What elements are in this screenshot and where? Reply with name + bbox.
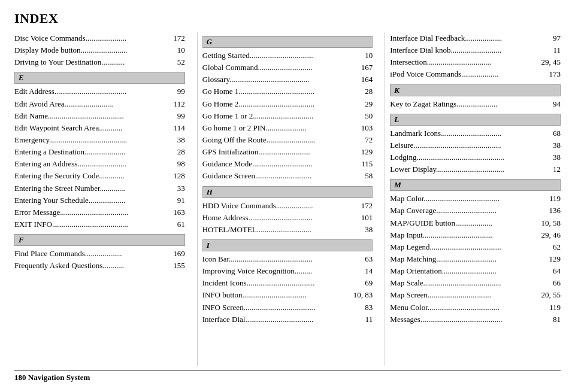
list-item: Improving Voice Recognition.........14 [202, 265, 373, 277]
section-header: E [14, 72, 185, 84]
list-item: Frequently Asked Questions...........155 [14, 260, 185, 272]
entry-label: Disc Voice Commands..................... [14, 32, 167, 44]
entry-page: 33 [167, 183, 185, 195]
entry-page: 64 [543, 265, 561, 277]
section-header: L [390, 114, 561, 126]
section-header: F [14, 234, 185, 246]
list-item: Messages................................… [390, 314, 561, 326]
entry-label: Improving Voice Recognition......... [202, 265, 355, 277]
entry-label: Map Color...............................… [390, 193, 543, 205]
col3-sections: KKey to Zagat Ratings...................… [390, 84, 561, 326]
col3-top-entries: Interface Dial Feedback.................… [390, 32, 561, 81]
list-item: Guidance Mode...........................… [202, 158, 373, 170]
entry-page: 11 [543, 44, 561, 56]
list-item: Map Screen..............................… [390, 289, 561, 301]
entry-label: Go home 1 or 2 PIN..................... [202, 122, 355, 134]
entry-label: HOTEL/MOTEL............................ [202, 224, 355, 236]
entry-label: Display Mode button.....................… [14, 44, 167, 56]
entry-page: 38 [167, 134, 185, 146]
list-item: Entering Your Schedule..................… [14, 195, 185, 206]
entry-page: 172 [355, 200, 373, 212]
list-item: Map Color...............................… [390, 193, 561, 205]
entry-label: Leisure.................................… [390, 139, 543, 151]
entry-page: 50 [355, 110, 373, 122]
entry-label: Glossary................................… [202, 74, 355, 86]
entry-label: Messages................................… [390, 314, 543, 326]
entry-page: 10 [355, 50, 373, 62]
entry-page: 173 [543, 68, 561, 80]
entry-label: Map Input...............................… [390, 229, 541, 241]
entry-label: Entering an Address.....................… [14, 158, 167, 170]
list-item: GPS Initialization......................… [202, 146, 373, 158]
entry-label: Emergency...............................… [14, 134, 167, 146]
list-item: Glossary................................… [202, 74, 373, 86]
entry-label: Entering Your Schedule..................… [14, 195, 167, 206]
entry-page: 99 [167, 86, 185, 98]
entry-page: 115 [355, 158, 373, 170]
entry-page: 14 [355, 265, 373, 277]
entry-page: 81 [543, 314, 561, 326]
entry-label: Go Home 2...............................… [202, 98, 355, 110]
list-item: Icon Bar................................… [202, 253, 373, 265]
entry-page: 164 [355, 74, 373, 86]
list-item: HOTEL/MOTEL............................3… [202, 224, 373, 236]
entry-page: 28 [167, 146, 185, 158]
entry-page: 38 [543, 151, 561, 163]
entry-label: Error Message...........................… [14, 206, 167, 218]
entry-label: Intersection............................… [390, 56, 541, 68]
list-item: HDD Voice Commands...................172 [202, 200, 373, 212]
list-item: Interface Dial Feedback.................… [390, 32, 561, 44]
list-item: Display Mode button.....................… [14, 44, 185, 56]
list-item: Guidance Screen.........................… [202, 170, 373, 182]
list-item: Menu Color..............................… [390, 302, 561, 314]
entry-label: Guidance Mode...........................… [202, 158, 355, 170]
entry-page: 29, 45 [541, 56, 561, 68]
entry-label: Entering a Destination..................… [14, 146, 167, 158]
entry-page: 83 [355, 302, 373, 314]
entry-label: Edit Name...............................… [14, 110, 167, 122]
column-2: GGetting Started........................… [202, 32, 380, 366]
entry-page: 20, 55 [541, 289, 561, 301]
entry-page: 11 [355, 314, 373, 326]
list-item: Interface Dial..........................… [202, 314, 373, 326]
list-item: Error Message...........................… [14, 206, 185, 218]
entry-label: Going Off the Route.....................… [202, 134, 355, 146]
entry-label: GPS Initialization......................… [202, 146, 355, 158]
list-item: Getting Started.........................… [202, 50, 373, 62]
list-item: Driving to Your Destination............5… [14, 56, 185, 68]
entry-label: Entering the Street Number............. [14, 183, 167, 195]
entry-page: 98 [167, 158, 185, 170]
entry-page: 167 [355, 62, 373, 74]
entry-page: 91 [167, 195, 185, 206]
entry-page: 38 [543, 139, 561, 151]
entry-page: 72 [355, 134, 373, 146]
entry-label: Edit Avoid Area......................... [14, 98, 167, 110]
list-item: Map Input...............................… [390, 229, 561, 241]
entry-page: 136 [543, 205, 561, 217]
entry-page: 52 [167, 56, 185, 68]
entry-page: 29 [355, 98, 373, 110]
entry-page: 10, 58 [541, 217, 561, 229]
entry-page: 172 [167, 32, 185, 44]
list-item: Lower Display...........................… [390, 163, 561, 175]
list-item: INFO button.............................… [202, 289, 373, 301]
column-3: Interface Dial Feedback.................… [390, 32, 561, 366]
list-item: Landmark Icons..........................… [390, 127, 561, 139]
col2-sections: GGetting Started........................… [202, 36, 373, 326]
col-divider-1 [197, 32, 198, 366]
entry-label: Lower Display...........................… [390, 163, 543, 175]
list-item: Map Scale...............................… [390, 277, 561, 289]
entry-page: 38 [355, 224, 373, 236]
entry-label: Edit Waypoint Search Area............ [14, 122, 167, 134]
list-item: Key to Zagat Ratings....................… [390, 98, 561, 110]
entry-page: 29, 46 [541, 229, 561, 241]
list-item: Home Address............................… [202, 212, 373, 224]
entry-page: 101 [355, 212, 373, 224]
list-item: Leisure.................................… [390, 139, 561, 151]
list-item: Entering the Street Number.............3… [14, 183, 185, 195]
entry-label: Global Command..........................… [202, 62, 355, 74]
entry-page: 97 [543, 32, 561, 44]
list-item: Going Off the Route.....................… [202, 134, 373, 146]
entry-label: Interface Dial..........................… [202, 314, 355, 326]
list-item: Entering a Destination..................… [14, 146, 185, 158]
